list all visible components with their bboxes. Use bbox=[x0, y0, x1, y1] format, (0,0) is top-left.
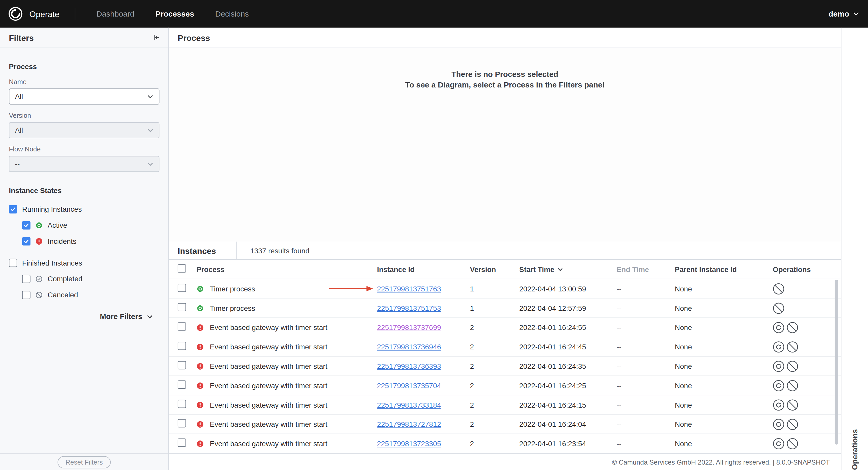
row-checkbox[interactable] bbox=[178, 303, 186, 311]
operations-cell bbox=[773, 438, 841, 449]
user-menu[interactable]: demo bbox=[829, 9, 859, 18]
instance-id-link[interactable]: 2251799813736393 bbox=[377, 362, 441, 370]
checkbox-active[interactable] bbox=[22, 221, 30, 230]
field-label: Name bbox=[9, 78, 159, 86]
filter-field-version: Version All bbox=[9, 112, 159, 138]
retry-operation-button[interactable] bbox=[773, 341, 784, 352]
row-checkbox[interactable] bbox=[178, 284, 186, 292]
cancel-operation-button[interactable] bbox=[787, 322, 798, 333]
cancel-operation-button[interactable] bbox=[787, 360, 798, 372]
app: Operate DashboardProcessesDecisions demo… bbox=[0, 0, 868, 470]
parent-instance-id-cell: None bbox=[675, 343, 773, 351]
operations-cell bbox=[773, 360, 841, 372]
reset-filters-button[interactable]: Reset Filters bbox=[58, 456, 111, 468]
cancel-operation-button[interactable] bbox=[787, 399, 798, 410]
chevron-down-icon bbox=[147, 314, 153, 319]
active-state-icon bbox=[35, 222, 43, 229]
column-parent-instance-id: Parent Instance Id bbox=[675, 265, 773, 273]
end-time-cell: -- bbox=[617, 284, 675, 293]
filter-label: Finished Instances bbox=[22, 259, 82, 267]
chevron-down-icon bbox=[147, 94, 153, 99]
name-select[interactable]: All bbox=[9, 89, 159, 105]
chevron-down-icon bbox=[853, 12, 859, 16]
parent-instance-id-cell: None bbox=[675, 381, 773, 390]
main-nav: DashboardProcessesDecisions bbox=[96, 9, 249, 18]
instance-id-link[interactable]: 2251799813736946 bbox=[377, 343, 441, 351]
cancel-operation-button[interactable] bbox=[773, 283, 784, 295]
checkbox-completed[interactable] bbox=[22, 275, 30, 283]
retry-operation-button[interactable] bbox=[773, 360, 784, 372]
retry-operation-button[interactable] bbox=[773, 380, 784, 391]
cancel-operation-button[interactable] bbox=[787, 380, 798, 391]
end-time-cell: -- bbox=[617, 362, 675, 370]
instance-id-link[interactable]: 2251799813735704 bbox=[377, 381, 441, 390]
instances-title: Instances bbox=[169, 246, 237, 255]
cancel-operation-button[interactable] bbox=[787, 438, 798, 449]
incident-icon bbox=[196, 421, 204, 428]
filters-header: Filters bbox=[0, 28, 168, 48]
collapse-left-icon bbox=[152, 33, 160, 42]
row-checkbox[interactable] bbox=[178, 342, 186, 350]
process-name: Event based gateway with timer start bbox=[210, 420, 328, 428]
select-value: All bbox=[15, 126, 23, 134]
nav-dashboard[interactable]: Dashboard bbox=[96, 9, 134, 18]
header-divider bbox=[75, 8, 75, 20]
end-time-cell: -- bbox=[617, 381, 675, 390]
instance-id-link[interactable]: 2251799813727812 bbox=[377, 420, 441, 428]
checkbox-canceled[interactable] bbox=[22, 291, 30, 299]
checkbox-incidents[interactable] bbox=[22, 237, 30, 246]
parent-instance-id-cell: None bbox=[675, 284, 773, 293]
process-panel-title: Process bbox=[178, 33, 210, 42]
row-checkbox[interactable] bbox=[178, 380, 186, 389]
nav-decisions[interactable]: Decisions bbox=[215, 9, 249, 18]
filter-field-name: Name All bbox=[9, 78, 159, 105]
filter-label: Running Instances bbox=[22, 205, 82, 213]
cancel-operation-button[interactable] bbox=[773, 302, 784, 314]
camunda-logo-icon bbox=[8, 7, 23, 21]
divider bbox=[236, 242, 237, 259]
column-start-time[interactable]: Start Time bbox=[519, 265, 617, 273]
row-checkbox[interactable] bbox=[178, 323, 186, 331]
select-value: -- bbox=[15, 160, 20, 168]
collapse-filters-button[interactable] bbox=[151, 32, 162, 43]
instance-id-link[interactable]: 2251799813751753 bbox=[377, 304, 441, 312]
instance-state-filters: Running InstancesActiveIncidentsFinished… bbox=[9, 201, 159, 303]
cancel-operation-button[interactable] bbox=[787, 418, 798, 430]
row-checkbox[interactable] bbox=[178, 438, 186, 447]
version-cell: 2 bbox=[470, 420, 519, 428]
row-checkbox[interactable] bbox=[178, 419, 186, 427]
table-scrollbar[interactable] bbox=[835, 280, 838, 445]
checkbox-finished-instances[interactable] bbox=[9, 259, 17, 267]
instance-id-link[interactable]: 2251799813737699 bbox=[377, 323, 441, 332]
table-row: Event based gateway with timer start2251… bbox=[169, 318, 841, 337]
filter-row-running-instances: Running Instances bbox=[9, 201, 159, 217]
diagram-empty-state: There is no Process selected To see a Di… bbox=[169, 48, 841, 242]
row-checkbox[interactable] bbox=[178, 361, 186, 369]
cancel-operation-button[interactable] bbox=[787, 341, 798, 352]
column-end-time: End Time bbox=[617, 265, 675, 273]
select-all-checkbox[interactable] bbox=[178, 264, 186, 272]
more-filters-button[interactable]: More Filters bbox=[9, 312, 159, 321]
version-select[interactable]: All bbox=[9, 122, 159, 138]
instance-id-link[interactable]: 2251799813751763 bbox=[377, 284, 441, 293]
retry-operation-button[interactable] bbox=[773, 438, 784, 449]
instance-id-link[interactable]: 2251799813733184 bbox=[377, 401, 441, 409]
start-time-cell: 2022-04-01 16:24:35 bbox=[519, 362, 617, 370]
start-time-cell: 2022-04-01 16:24:45 bbox=[519, 343, 617, 351]
version-cell: 1 bbox=[470, 304, 519, 312]
select-value: All bbox=[15, 92, 23, 101]
checkbox-running-instances[interactable] bbox=[9, 205, 17, 213]
nav-processes[interactable]: Processes bbox=[155, 9, 194, 18]
retry-operation-button[interactable] bbox=[773, 322, 784, 333]
incident-icon bbox=[196, 324, 204, 331]
filters-body: Process Name All Version All bbox=[0, 48, 168, 454]
start-time-cell: 2022-04-04 12:57:59 bbox=[519, 304, 617, 312]
instance-id-link[interactable]: 2251799813723305 bbox=[377, 439, 441, 447]
app-header: Operate DashboardProcessesDecisions demo bbox=[0, 0, 868, 28]
field-label: Flow Node bbox=[9, 145, 159, 153]
retry-operation-button[interactable] bbox=[773, 399, 784, 410]
operations-panel[interactable]: Operations bbox=[841, 28, 868, 470]
retry-operation-button[interactable] bbox=[773, 418, 784, 430]
row-checkbox[interactable] bbox=[178, 400, 186, 408]
flow-node-select[interactable]: -- bbox=[9, 156, 159, 172]
